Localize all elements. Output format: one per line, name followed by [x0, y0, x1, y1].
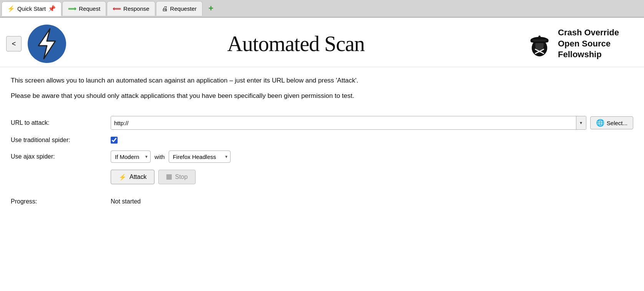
ajax-spider-select[interactable]: If Modern Always Never	[111, 150, 151, 163]
pin-icon: 📌	[48, 5, 56, 12]
ajax-spider-label: Use ajax spider:	[11, 153, 111, 160]
main-content: < Automated Scan	[0, 18, 644, 291]
attack-button-label: Attack	[129, 174, 146, 180]
acorn-icon	[526, 30, 553, 58]
select-button-label: Select...	[607, 120, 627, 126]
tab-bar: ⚡ Quick Start 📌 ⟹ Request ⟸ Response 🖨 R…	[0, 0, 644, 18]
url-input[interactable]	[111, 116, 576, 129]
add-tab-button[interactable]: +	[205, 2, 217, 15]
header-area: < Automated Scan	[0, 18, 644, 67]
attack-lightning-icon: ⚡	[119, 174, 126, 181]
browser-select[interactable]: Firefox Headless Chrome Headless Firefox…	[169, 150, 231, 163]
description-line-2: Please be aware that you should only att…	[11, 91, 633, 101]
tab-request[interactable]: ⟹ Request	[62, 1, 106, 16]
url-label: URL to attack:	[11, 119, 111, 126]
buttons-group: ⚡ Attack Stop	[111, 170, 196, 184]
traditional-spider-row: Use traditional spider:	[11, 137, 633, 144]
back-button[interactable]: <	[6, 36, 22, 51]
action-buttons-row: ⚡ Attack Stop	[11, 170, 633, 191]
select-button[interactable]: 🌐 Select...	[590, 116, 633, 129]
tab-response-label: Response	[123, 5, 149, 12]
progress-value: Not started	[111, 198, 141, 205]
lightning-bolt-svg	[33, 28, 61, 60]
with-text: with	[154, 154, 165, 160]
svg-marker-0	[38, 29, 55, 59]
brand-name: Crash Override Open Source Fellowship	[558, 27, 635, 60]
tab-quick-start-label: Quick Start	[17, 5, 46, 12]
tab-requester-label: Requester	[170, 5, 197, 12]
progress-row: Progress: Not started	[11, 198, 633, 205]
description-line-1: This screen allows you to launch an auto…	[11, 76, 633, 86]
ajax-spider-row: Use ajax spider: If Modern Always Never …	[11, 150, 633, 163]
arrow-left-icon: ⟸	[113, 5, 121, 12]
app-logo	[28, 25, 66, 63]
lightning-icon: ⚡	[7, 5, 15, 12]
traditional-spider-label: Use traditional spider:	[11, 137, 111, 144]
tab-response[interactable]: ⟸ Response	[107, 1, 155, 16]
tab-quick-start[interactable]: ⚡ Quick Start 📌	[2, 2, 61, 16]
printer-icon: 🖨	[162, 5, 168, 12]
browser-select-wrapper: Firefox Headless Chrome Headless Firefox…	[169, 150, 231, 163]
ajax-controls: If Modern Always Never with Firefox Head…	[111, 150, 231, 163]
arrow-right-icon: ⟹	[68, 5, 76, 12]
stop-button[interactable]: Stop	[158, 170, 196, 184]
tab-requester[interactable]: 🖨 Requester	[156, 1, 202, 16]
svg-rect-4	[538, 35, 540, 40]
traditional-spider-checkbox[interactable]	[111, 137, 118, 144]
attack-button[interactable]: ⚡ Attack	[111, 170, 154, 184]
ajax-spider-select-wrapper: If Modern Always Never	[111, 150, 151, 163]
url-dropdown-chevron[interactable]: ▾	[576, 116, 586, 129]
brand-logo: Crash Override Open Source Fellowship	[526, 27, 635, 60]
url-row: URL to attack: ▾ 🌐 Select...	[11, 116, 633, 130]
progress-label: Progress:	[11, 198, 111, 205]
form-area: URL to attack: ▾ 🌐 Select... Use traditi…	[0, 109, 644, 219]
globe-icon: 🌐	[596, 119, 604, 127]
stop-button-label: Stop	[175, 174, 188, 180]
stop-icon	[166, 174, 172, 180]
description-area: This screen allows you to launch an auto…	[0, 67, 644, 109]
tab-request-label: Request	[79, 5, 100, 12]
page-title: Automated Scan	[66, 31, 526, 56]
url-input-wrapper: ▾	[111, 116, 586, 130]
